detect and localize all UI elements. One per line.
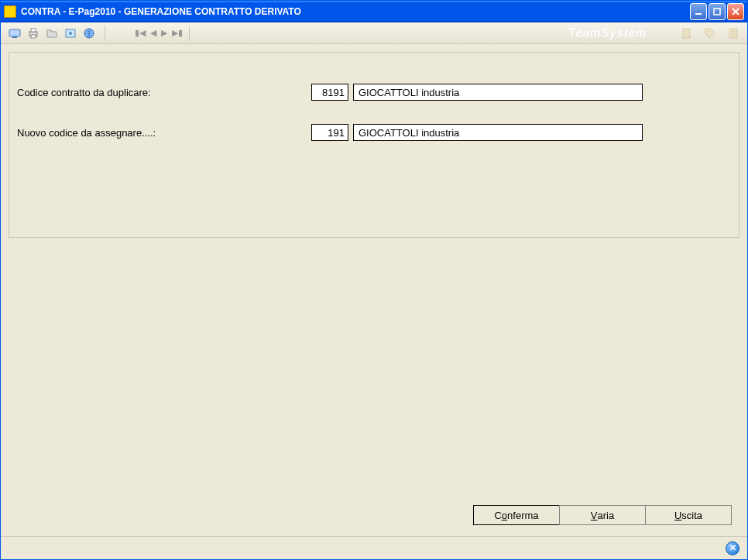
folder-icon[interactable] [44,26,60,41]
nav-group: ▮◀ ◀ ▶ ▶▮ [135,28,183,38]
input-desc-duplicare[interactable] [353,84,643,101]
label-codice-duplicare: Codice contratto da duplicare: [17,87,311,98]
tag-icon[interactable] [702,26,718,41]
input-desc-nuovo[interactable] [353,124,643,141]
window-controls [690,3,744,20]
settings-icon[interactable] [63,26,78,41]
toolbar-right-icons [678,26,743,41]
app-window: CONTRA - E-Pag2010 - GENERAZIONE CONTRAT… [0,0,748,560]
svg-rect-1 [714,9,720,15]
nav-last-icon[interactable]: ▶▮ [172,28,183,38]
statusbar: ✕ [1,536,747,559]
minimize-button[interactable] [690,3,707,20]
row-nuovo-codice: Nuovo codice da assegnare....: [17,124,731,141]
print-icon[interactable] [26,26,41,41]
uscita-button[interactable]: Uscita [645,505,732,525]
nav-next-icon[interactable]: ▶ [161,28,167,38]
maximize-icon [713,8,721,15]
svg-rect-6 [31,35,36,38]
toolbar: ▮◀ ◀ ▶ ▶▮ TeamSystem [1,22,747,44]
svg-rect-2 [9,29,20,36]
svg-rect-10 [683,29,690,38]
input-codice-duplicare[interactable] [311,84,348,101]
varia-button[interactable]: Varia [559,505,646,525]
svg-rect-3 [12,36,17,38]
close-icon [732,8,739,15]
button-bar: Conferma Varia Uscita [9,499,739,528]
label-nuovo-codice: Nuovo codice da assegnare....: [17,127,311,139]
nav-prev-icon[interactable]: ◀ [150,28,156,38]
svg-point-8 [69,32,72,35]
close-button[interactable] [727,3,744,20]
content-area: Codice contratto da duplicare: Nuovo cod… [1,44,747,536]
brand-logo: TeamSystem [568,26,647,40]
note-icon[interactable] [726,26,741,41]
doc-icon[interactable] [679,26,695,41]
toolbar-separator [105,26,105,41]
screen-icon[interactable] [7,26,22,41]
spacer [9,238,739,499]
app-icon [4,5,16,18]
titlebar: CONTRA - E-Pag2010 - GENERAZIONE CONTRAT… [1,1,747,22]
status-close-icon[interactable]: ✕ [726,541,739,555]
minimize-icon [695,8,702,15]
window-title: CONTRA - E-Pag2010 - GENERAZIONE CONTRAT… [21,6,690,17]
form-panel: Codice contratto da duplicare: Nuovo cod… [9,52,739,238]
svg-rect-5 [31,29,36,32]
svg-rect-0 [695,13,702,15]
input-nuovo-codice[interactable] [311,124,348,141]
toolbar-separator-2 [189,26,190,41]
conferma-button[interactable]: Conferma [473,505,560,525]
globe-icon[interactable] [81,26,97,41]
nav-first-icon[interactable]: ▮◀ [135,28,146,38]
row-codice-duplicare: Codice contratto da duplicare: [17,84,731,101]
maximize-button[interactable] [709,3,726,20]
